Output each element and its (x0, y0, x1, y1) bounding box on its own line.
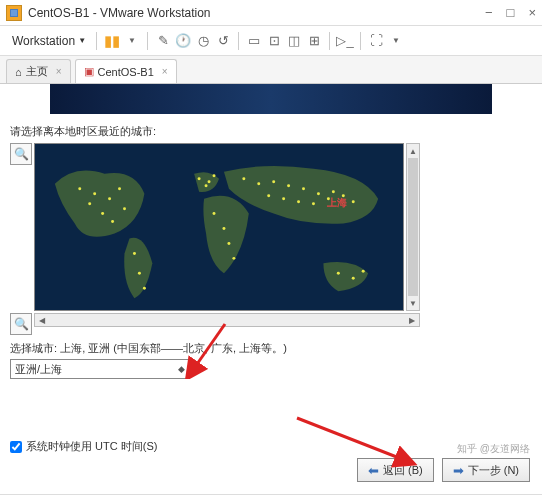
world-map[interactable]: 上海 (34, 143, 404, 311)
svg-point-1 (78, 187, 81, 190)
view2-icon[interactable]: ⊡ (265, 32, 283, 50)
svg-point-11 (213, 174, 216, 177)
svg-point-30 (267, 194, 270, 197)
timezone-select[interactable]: 亚洲/上海 ◆ (10, 359, 190, 379)
close-button[interactable]: × (528, 5, 536, 20)
svg-point-34 (88, 202, 91, 205)
map-scrollbar-vertical[interactable]: ▲ ▼ (406, 143, 420, 311)
pause-icon[interactable]: ▮▮ (103, 32, 121, 50)
utc-checkbox-row: 系统时钟使用 UTC 时间(S) (10, 439, 532, 454)
tab-close-icon[interactable]: × (56, 66, 62, 77)
vm-content: 请选择离本地时区最近的城市: 🔍 (0, 84, 542, 494)
svg-point-10 (208, 180, 211, 183)
svg-point-26 (282, 197, 285, 200)
svg-point-9 (198, 177, 201, 180)
svg-point-29 (352, 200, 355, 203)
svg-point-13 (213, 212, 216, 215)
workstation-menu[interactable]: Workstation▼ (8, 32, 90, 50)
svg-point-12 (205, 184, 208, 187)
scroll-left-icon[interactable]: ◀ (35, 314, 49, 326)
city-description: 选择城市: 上海, 亚洲 (中国东部——北京, 广东, 上海等。) (10, 341, 532, 356)
title-bar: CentOS-B1 - VMware Workstation − □ × (0, 0, 542, 26)
snapshot-icon[interactable]: ◷ (194, 32, 212, 50)
chevron-updown-icon: ◆ (178, 364, 185, 374)
svg-point-27 (332, 190, 335, 193)
timezone-prompt: 请选择离本地时区最近的城市: (10, 124, 532, 139)
fullscreen-icon[interactable]: ⛶ (367, 32, 385, 50)
arrow-left-icon: ⬅ (368, 463, 379, 478)
svg-point-25 (297, 200, 300, 203)
map-scrollbar-horizontal[interactable]: ◀ ▶ (34, 313, 420, 327)
svg-point-16 (232, 257, 235, 260)
svg-point-20 (287, 184, 290, 187)
svg-point-31 (337, 272, 340, 275)
svg-point-6 (133, 252, 136, 255)
scroll-right-icon[interactable]: ▶ (405, 314, 419, 326)
send-icon[interactable]: ✎ (154, 32, 172, 50)
window-title: CentOS-B1 - VMware Workstation (28, 6, 485, 20)
scroll-down-icon[interactable]: ▼ (407, 296, 419, 310)
tool-dropdown[interactable]: ▼ (123, 32, 141, 50)
svg-point-2 (93, 192, 96, 195)
tab-close-icon[interactable]: × (162, 66, 168, 77)
zoom-out-button[interactable]: 🔍 (10, 313, 32, 335)
view3-icon[interactable]: ◫ (285, 32, 303, 50)
svg-point-17 (242, 177, 245, 180)
scroll-up-icon[interactable]: ▲ (407, 144, 419, 158)
clock-icon[interactable]: 🕐 (174, 32, 192, 50)
svg-point-33 (362, 270, 365, 273)
tab-home[interactable]: ⌂ 主页 × (6, 59, 71, 83)
back-button[interactable]: ⬅ 返回 (B) (357, 458, 434, 482)
console-icon[interactable]: ▷_ (336, 32, 354, 50)
toolbar: Workstation▼ ▮▮ ▼ ✎ 🕐 ◷ ↺ ▭ ⊡ ◫ ⊞ ▷_ ⛶ ▼ (0, 26, 542, 56)
next-button[interactable]: ➡ 下一步 (N) (442, 458, 530, 482)
maximize-button[interactable]: □ (507, 5, 515, 20)
watermark: 知乎 @友道网络 (457, 442, 530, 456)
city-marker: 上海 (327, 196, 347, 210)
svg-point-14 (222, 227, 225, 230)
tab-bar: ⌂ 主页 × ▣ CentOS-B1 × (0, 56, 542, 84)
svg-point-19 (272, 180, 275, 183)
svg-point-5 (123, 207, 126, 210)
svg-point-24 (312, 202, 315, 205)
tool-dropdown-2[interactable]: ▼ (387, 32, 405, 50)
svg-point-18 (257, 182, 260, 185)
status-bar: 要将输入定向到该虚拟机，请在虚拟机内部单击或按 Ctrl+G。 (0, 494, 542, 500)
world-map-svg (35, 144, 403, 311)
tab-vm[interactable]: ▣ CentOS-B1 × (75, 59, 177, 83)
minimize-button[interactable]: − (485, 5, 493, 20)
vmware-icon (6, 5, 22, 21)
svg-point-35 (101, 212, 104, 215)
svg-point-32 (352, 277, 355, 280)
view1-icon[interactable]: ▭ (245, 32, 263, 50)
arrow-right-icon: ➡ (453, 463, 464, 478)
svg-point-15 (227, 242, 230, 245)
home-icon: ⌂ (15, 66, 22, 78)
revert-icon[interactable]: ↺ (214, 32, 232, 50)
view4-icon[interactable]: ⊞ (305, 32, 323, 50)
svg-point-7 (138, 272, 141, 275)
vm-icon: ▣ (84, 65, 94, 78)
installer-banner (50, 84, 492, 114)
svg-point-22 (317, 192, 320, 195)
svg-point-8 (143, 287, 146, 290)
svg-point-36 (111, 220, 114, 223)
zoom-in-button[interactable]: 🔍 (10, 143, 32, 165)
svg-point-3 (108, 197, 111, 200)
svg-point-21 (302, 187, 305, 190)
utc-checkbox[interactable] (10, 441, 22, 453)
svg-point-4 (118, 187, 121, 190)
utc-label: 系统时钟使用 UTC 时间(S) (26, 439, 157, 454)
